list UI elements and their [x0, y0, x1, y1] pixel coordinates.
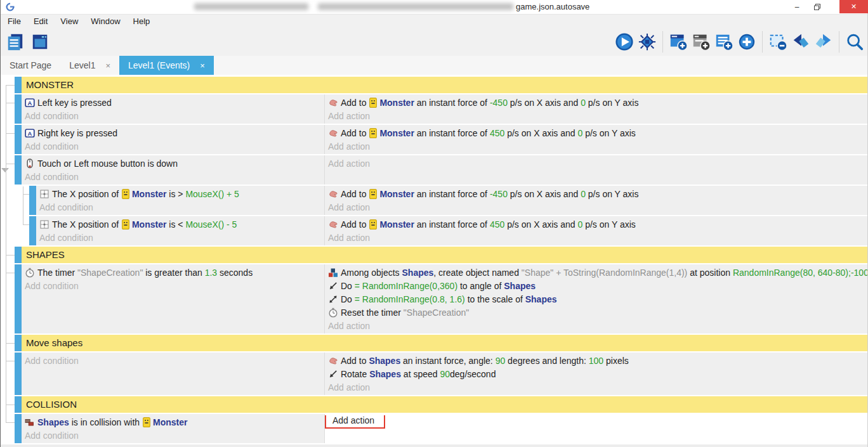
menu-edit[interactable]: Edit [27, 15, 54, 29]
actions-cell: Add to Monster an instant force of -450 … [324, 94, 867, 124]
condition-line[interactable]: Shapes is in collision with Monster [22, 415, 324, 429]
undo-button[interactable] [790, 30, 812, 53]
menu-file[interactable]: File [1, 15, 27, 29]
tab-close-icon[interactable]: × [105, 61, 110, 70]
action-line[interactable]: Add to Monster an instant force of 450 p… [325, 126, 867, 139]
action-line[interactable]: Add to Shapes an instant force, angle: 9… [325, 354, 867, 367]
action-line[interactable]: Add to Monster an instant force of -450 … [325, 187, 867, 200]
tab-level1[interactable]: Level1× [60, 56, 119, 75]
add-action-placeholder[interactable]: Add action [325, 231, 867, 244]
project-manager-button[interactable] [4, 30, 26, 53]
object-name: Monster [379, 98, 414, 108]
add-action-placeholder[interactable]: Add action [325, 139, 867, 153]
add-comment-button[interactable] [713, 30, 735, 53]
event-handle-bar[interactable] [15, 77, 22, 93]
debug-button[interactable] [636, 30, 658, 53]
comment-label[interactable]: COLLISION [22, 396, 867, 413]
add-event-icon [669, 32, 688, 51]
object-name: Shapes [525, 294, 557, 304]
comment-label[interactable]: SHAPES [22, 247, 867, 263]
event-handle-bar[interactable] [15, 125, 22, 154]
comment-label[interactable]: MONSTER [22, 77, 867, 93]
condition-line[interactable]: Touch or Left mouse button is down [22, 157, 324, 170]
action-line[interactable]: Add to Monster an instant force of -450 … [325, 96, 867, 109]
action-line[interactable]: Rotate Shapes at speed 90deg/second [325, 367, 867, 380]
add-condition-placeholder[interactable]: Add condition [22, 139, 324, 153]
menu-help[interactable]: Help [127, 15, 157, 29]
add-condition-placeholder[interactable]: Add condition [22, 429, 324, 442]
condition-line[interactable]: ALeft key is pressed [22, 96, 324, 109]
add-sub-event-button[interactable] [690, 30, 712, 53]
expander-arrow-icon[interactable] [1, 168, 9, 172]
menu-window[interactable]: Window [84, 15, 126, 29]
add-other-button[interactable] [736, 30, 758, 53]
add-condition-placeholder[interactable]: Add condition [36, 231, 324, 244]
menu-view[interactable]: View [54, 15, 84, 29]
search-button[interactable] [844, 30, 865, 53]
instruction-text: The X position of [52, 189, 121, 199]
instruction-text: p/s on X axis and [508, 98, 581, 108]
add-action-button-highlighted[interactable]: Add action [325, 415, 385, 429]
condition-line[interactable]: The X position of Monster is > MouseX() … [36, 187, 324, 200]
comment-label[interactable]: Move shapes [22, 335, 867, 351]
add-action-placeholder[interactable]: Add action [325, 319, 867, 332]
force-icon [328, 189, 339, 199]
action-line[interactable]: Do = RandomInRange(0.8, 1.6) to the scal… [325, 292, 867, 306]
comment-row: SHAPES [15, 247, 867, 263]
event-handle-bar[interactable] [15, 335, 22, 351]
add-action-placeholder[interactable]: Add action [325, 380, 867, 394]
instruction-text: p/s on X axis and [504, 128, 577, 138]
redo-button[interactable] [813, 30, 834, 53]
event-handle-bar[interactable] [15, 396, 22, 413]
delete-event-button[interactable] [767, 30, 789, 53]
action-line[interactable]: Do = RandomInRange(0,360) to angle of Sh… [325, 279, 867, 292]
add-condition-placeholder[interactable]: Add condition [22, 170, 324, 183]
event-handle-bar[interactable] [15, 414, 22, 443]
add-action-placeholder[interactable]: Add action [325, 200, 867, 214]
toolbar-separator [762, 31, 763, 53]
comment-row: COLLISION [15, 396, 867, 413]
add-condition-placeholder[interactable]: Add condition [36, 200, 324, 214]
expression-value: 90 [440, 369, 450, 379]
scene-editor-button[interactable] [29, 30, 51, 53]
tab-level1-events-[interactable]: Level1 (Events)× [119, 56, 214, 75]
event-handle-bar[interactable] [15, 155, 22, 185]
event-handle-bar[interactable] [29, 186, 36, 215]
expression-value: RandomInRange(80, 640-80);-100 [733, 268, 867, 278]
monster-thumbnail-icon [122, 189, 129, 199]
event-handle-bar[interactable] [29, 216, 36, 245]
play-button[interactable] [614, 30, 635, 53]
instruction-text: is > [166, 189, 185, 199]
actions-cell: Add to Monster an instant force of -450 … [324, 186, 867, 215]
action-line[interactable]: Reset the timer "ShapeCreation" [325, 306, 867, 319]
add-action-placeholder[interactable]: Add action [325, 109, 867, 122]
tab-close-icon[interactable]: × [200, 61, 205, 70]
event-handle-bar[interactable] [15, 264, 22, 334]
condition-line[interactable]: The timer "ShapeCreation" is greater tha… [22, 266, 324, 279]
event-handle-bar[interactable] [15, 94, 22, 124]
minimize-button[interactable]: – [787, 0, 806, 13]
add-condition-placeholder[interactable]: Add condition [22, 354, 324, 367]
instruction-text: Left key is pressed [37, 98, 112, 108]
instruction-text: pixels [603, 356, 629, 366]
event-handle-bar[interactable] [15, 353, 22, 395]
maximize-button[interactable] [808, 0, 827, 13]
expression-value: -450 [490, 189, 508, 199]
instruction-text: is < [166, 219, 185, 230]
close-button[interactable]: ✕ [839, 0, 868, 13]
action-line[interactable]: Add to Monster an instant force of 450 p… [325, 217, 867, 231]
tab-start-page[interactable]: Start Page [1, 56, 60, 75]
add-event-button[interactable] [667, 30, 689, 53]
action-line[interactable]: Among objects Shapes, create object name… [325, 266, 867, 279]
condition-line[interactable]: ARight key is pressed [22, 126, 324, 139]
monster-thumbnail-icon [122, 219, 129, 230]
event-sheet: MONSTERALeft key is pressedAdd condition… [1, 75, 867, 447]
restore-icon [814, 4, 820, 10]
add-condition-placeholder[interactable]: Add condition [22, 109, 324, 122]
add-condition-placeholder[interactable]: Add condition [22, 279, 324, 292]
add-action-placeholder[interactable]: Add action [325, 157, 867, 170]
event-handle-bar[interactable] [15, 247, 22, 263]
conditions-cell: ALeft key is pressedAdd condition [22, 94, 324, 124]
tree-guide-line [23, 224, 29, 225]
condition-line[interactable]: The X position of Monster is < MouseX() … [36, 217, 324, 231]
